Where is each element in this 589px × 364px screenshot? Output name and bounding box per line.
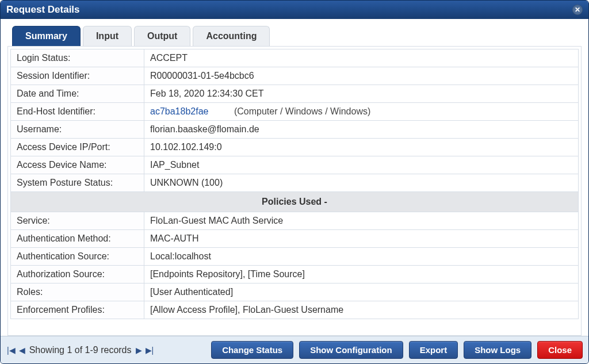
show-configuration-button[interactable]: Show Configuration: [299, 341, 403, 359]
row-system-posture: System Posture Status: UNKNOWN (100): [11, 174, 579, 192]
row-date-time: Date and Time: Feb 18, 2020 12:34:30 CET: [11, 85, 579, 103]
pager-text: Showing 1 of 1-9 records: [29, 345, 132, 355]
close-button[interactable]: Close: [537, 341, 583, 359]
value-auth-method: MAC-AUTH: [144, 230, 579, 248]
value-roles: [User Authenticated]: [144, 283, 579, 301]
footer-bar: |◀ ◀ Showing 1 of 1-9 records ▶ ▶| Chang…: [1, 336, 588, 363]
label-auth-method: Authentication Method:: [11, 230, 144, 248]
end-host-meta: (Computer / Windows / Windows): [234, 106, 370, 116]
row-service: Service: FloLan-Guest MAC Auth Service: [11, 212, 579, 230]
pager: |◀ ◀ Showing 1 of 1-9 records ▶ ▶|: [6, 345, 154, 355]
value-username: florian.baaske@flomain.de: [144, 121, 579, 139]
label-end-host-identifier: End-Host Identifier:: [11, 103, 144, 121]
label-authz-source: Authorization Source:: [11, 266, 144, 283]
label-access-device-name: Access Device Name:: [11, 156, 144, 174]
row-auth-source: Authentication Source: Local:localhost: [11, 248, 579, 266]
pager-next-icon[interactable]: ▶: [135, 346, 143, 355]
value-access-device-ip: 10.102.102.149:0: [144, 139, 579, 156]
row-policies-header: Policies Used -: [11, 192, 579, 212]
titlebar: Request Details ✕: [1, 1, 588, 19]
label-access-device-ip: Access Device IP/Port:: [11, 139, 144, 156]
pager-first-icon[interactable]: |◀: [6, 346, 16, 355]
value-session-identifier: R00000031-01-5e4bcbc6: [144, 67, 579, 85]
summary-panel: Login Status: ACCEPT Session Identifier:…: [7, 46, 582, 336]
label-auth-source: Authentication Source:: [11, 248, 144, 266]
close-icon[interactable]: ✕: [572, 5, 583, 15]
label-username: Username:: [11, 121, 144, 139]
row-end-host-identifier: End-Host Identifier: ac7ba18b2fae (Compu…: [11, 103, 579, 121]
tab-input[interactable]: Input: [83, 26, 132, 46]
row-auth-method: Authentication Method: MAC-AUTH: [11, 230, 579, 248]
value-system-posture: UNKNOWN (100): [144, 174, 579, 192]
row-login-status: Login Status: ACCEPT: [11, 49, 579, 67]
tab-bar: Summary Input Output Accounting: [7, 26, 582, 46]
end-host-link[interactable]: ac7ba18b2fae: [150, 106, 208, 116]
label-session-identifier: Session Identifier:: [11, 67, 144, 85]
row-access-device-ip: Access Device IP/Port: 10.102.102.149:0: [11, 139, 579, 156]
row-roles: Roles: [User Authenticated]: [11, 283, 579, 301]
row-session-identifier: Session Identifier: R00000031-01-5e4bcbc…: [11, 67, 579, 85]
request-details-window: Request Details ✕ Summary Input Output A…: [0, 0, 589, 364]
value-end-host-identifier: ac7ba18b2fae (Computer / Windows / Windo…: [144, 103, 579, 121]
content-area: Summary Input Output Accounting Login St…: [1, 19, 588, 336]
window-title: Request Details: [6, 4, 80, 16]
label-roles: Roles:: [11, 283, 144, 301]
label-service: Service:: [11, 212, 144, 230]
value-auth-source: Local:localhost: [144, 248, 579, 266]
change-status-button[interactable]: Change Status: [211, 341, 293, 359]
row-username: Username: florian.baaske@flomain.de: [11, 121, 579, 139]
value-login-status: ACCEPT: [144, 49, 579, 67]
label-login-status: Login Status:: [11, 49, 144, 67]
value-date-time: Feb 18, 2020 12:34:30 CET: [144, 85, 579, 103]
pager-prev-icon[interactable]: ◀: [18, 346, 26, 355]
value-access-device-name: IAP_Subnet: [144, 156, 579, 174]
label-date-time: Date and Time:: [11, 85, 144, 103]
policies-used-header: Policies Used -: [11, 192, 579, 212]
value-authz-source: [Endpoints Repository], [Time Source]: [144, 266, 579, 283]
show-logs-button[interactable]: Show Logs: [464, 341, 531, 359]
value-enforcement-profiles: [Allow Access Profile], FloLan-Guest Use…: [144, 301, 579, 319]
tab-output[interactable]: Output: [134, 26, 190, 46]
tab-summary[interactable]: Summary: [12, 26, 81, 46]
pager-last-icon[interactable]: ▶|: [145, 346, 155, 355]
value-service: FloLan-Guest MAC Auth Service: [144, 212, 579, 230]
summary-table: Login Status: ACCEPT Session Identifier:…: [10, 49, 579, 319]
export-button[interactable]: Export: [409, 341, 458, 359]
label-system-posture: System Posture Status:: [11, 174, 144, 192]
row-access-device-name: Access Device Name: IAP_Subnet: [11, 156, 579, 174]
row-authz-source: Authorization Source: [Endpoints Reposit…: [11, 266, 579, 283]
tab-accounting[interactable]: Accounting: [193, 26, 270, 46]
row-enforcement-profiles: Enforcement Profiles: [Allow Access Prof…: [11, 301, 579, 319]
label-enforcement-profiles: Enforcement Profiles:: [11, 301, 144, 319]
